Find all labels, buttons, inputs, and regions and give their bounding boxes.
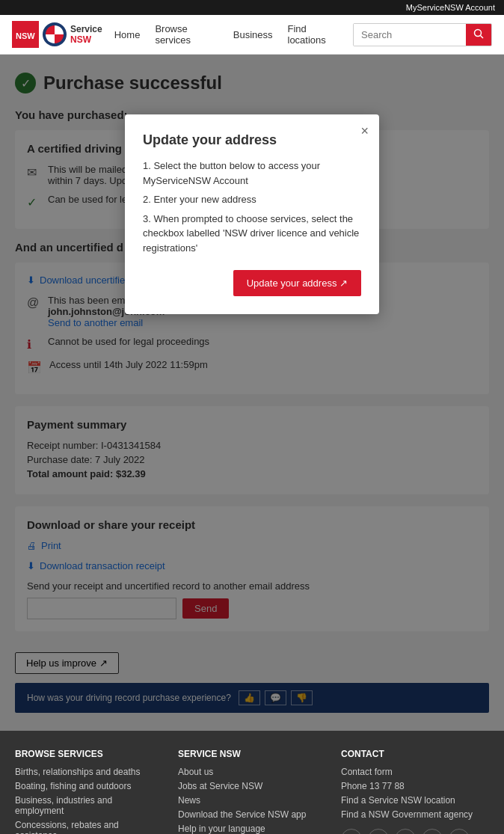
search-button[interactable] — [466, 24, 491, 46]
footer-browse-link[interactable]: Business, industries and employment — [15, 795, 163, 816]
footer-contact-link[interactable]: Find a Service NSW location — [341, 795, 489, 806]
footer-browse-link[interactable]: Concessions, rebates and assistance — [15, 820, 163, 834]
nav-find[interactable]: Find locations — [288, 23, 342, 46]
footer-service-link[interactable]: News — [178, 795, 326, 806]
footer-service-link[interactable]: About us — [178, 767, 326, 777]
main-header: NSW Service NSW Home Browse services Bus… — [0, 15, 504, 55]
footer-service: SERVICE NSW About usJobs at Service NSWN… — [178, 749, 326, 834]
footer-service-link[interactable]: Help in your language — [178, 824, 326, 834]
footer-grid: BROWSE SERVICES Births, relationships an… — [15, 749, 489, 834]
service-nsw-logo: Service NSW — [42, 22, 102, 47]
browse-heading: BROWSE SERVICES — [15, 749, 163, 759]
main-nav: Home Browse services Business Find locat… — [114, 23, 341, 46]
search-bar — [353, 23, 492, 46]
content-wrapper: ✓ Purchase successful You have purchased… — [0, 55, 504, 731]
footer-browse: BROWSE SERVICES Births, relationships an… — [15, 749, 163, 834]
svg-line-4 — [481, 35, 484, 38]
footer-service-link[interactable]: Jobs at Service NSW — [178, 781, 326, 791]
facebook-icon[interactable]: f — [341, 829, 362, 834]
footer-service-link[interactable]: Download the Service NSW app — [178, 809, 326, 820]
social-icons: f t in ◎ ▶ — [341, 829, 489, 834]
linkedin-icon[interactable]: in — [395, 829, 416, 834]
svg-point-3 — [475, 29, 482, 36]
nav-browse[interactable]: Browse services — [155, 23, 218, 46]
account-label: MyServiceNSW Account — [406, 3, 495, 12]
search-input[interactable] — [354, 24, 466, 46]
footer-contact: CONTACT Contact formPhone 13 77 88Find a… — [341, 749, 489, 834]
footer-contact-link[interactable]: Find a NSW Government agency — [341, 809, 489, 820]
modal-step2: 2. Enter your new address — [143, 192, 361, 207]
contact-heading: CONTACT — [341, 749, 489, 759]
nav-business[interactable]: Business — [233, 29, 273, 40]
service-links: About usJobs at Service NSWNewsDownload … — [178, 767, 326, 834]
footer: BROWSE SERVICES Births, relationships an… — [0, 731, 504, 834]
contact-links: Contact formPhone 13 77 88Find a Service… — [341, 767, 489, 820]
logo-area: NSW Service NSW — [12, 21, 102, 48]
svg-text:NSW: NSW — [16, 31, 35, 40]
youtube-icon[interactable]: ▶ — [449, 829, 470, 834]
modal-step1: 1. Select the button below to access you… — [143, 159, 361, 188]
instagram-icon[interactable]: ◎ — [422, 829, 443, 834]
service-text: Service — [70, 24, 102, 34]
footer-contact-link[interactable]: Contact form — [341, 767, 489, 777]
modal-title: Update your address — [143, 132, 361, 148]
modal-overlay: × Update your address 1. Select the butt… — [0, 55, 504, 731]
footer-browse-link[interactable]: Boating, fishing and outdoors — [15, 781, 163, 791]
modal-close-button[interactable]: × — [360, 123, 369, 139]
twitter-icon[interactable]: t — [368, 829, 389, 834]
modal-footer: Update your address ↗ — [143, 270, 361, 296]
top-bar: MyServiceNSW Account — [0, 0, 504, 15]
update-address-button[interactable]: Update your address ↗ — [233, 270, 361, 296]
modal-step3: 3. When prompted to choose services, sel… — [143, 212, 361, 256]
footer-contact-link[interactable]: Phone 13 77 88 — [341, 781, 489, 791]
nsw-logo: NSW — [12, 21, 39, 48]
update-address-modal: × Update your address 1. Select the butt… — [125, 114, 379, 314]
nsw-text: NSW — [70, 34, 102, 45]
service-heading: SERVICE NSW — [178, 749, 326, 759]
footer-browse-link[interactable]: Births, relationships and deaths — [15, 767, 163, 777]
nav-home[interactable]: Home — [114, 29, 141, 40]
modal-body: 1. Select the button below to access you… — [143, 159, 361, 255]
browse-links: Births, relationships and deathsBoating,… — [15, 767, 163, 834]
